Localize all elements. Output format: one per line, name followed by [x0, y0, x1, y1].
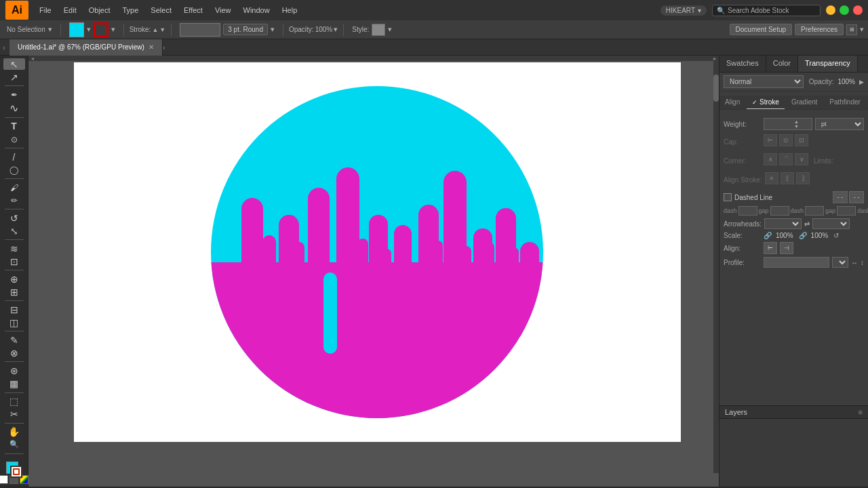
menu-file[interactable]: File [34, 5, 57, 16]
corner-round[interactable]: ⌒ [779, 153, 793, 165]
tab-scroll-left[interactable]: ‹ [3, 43, 9, 52]
menu-type[interactable]: Type [117, 5, 144, 16]
slice-tool[interactable]: ✂ [3, 408, 25, 420]
weight-unit-select[interactable]: pt [815, 118, 864, 130]
menu-select[interactable]: Select [145, 5, 177, 16]
line-tool[interactable]: / [3, 151, 25, 163]
preferences-button[interactable]: Preferences [795, 24, 844, 35]
pencil-tool[interactable]: ✏ [3, 195, 25, 206]
opacity-arrow[interactable]: ▶ [859, 79, 864, 85]
stroke-up[interactable]: ▲ [152, 26, 158, 33]
dash-input-2[interactable] [805, 206, 824, 216]
profile-input[interactable] [764, 257, 829, 268]
cap-round[interactable]: ⊙ [779, 134, 793, 146]
shape-builder-tool[interactable]: ⊕ [3, 273, 25, 285]
stroke-width-chevron[interactable]: ▾ [271, 25, 275, 34]
dash-pattern-1[interactable]: - - [833, 191, 848, 203]
dash-input-1[interactable] [738, 206, 757, 216]
arrowhead-end-select[interactable] [812, 218, 850, 229]
menu-object[interactable]: Object [83, 5, 116, 16]
align-btn2[interactable]: ⊣ [780, 242, 793, 254]
eyedropper-tool[interactable]: ✎ [3, 334, 25, 346]
mesh-tool[interactable]: ⊟ [3, 304, 25, 315]
warp-tool[interactable]: ≋ [3, 243, 25, 254]
align-inside[interactable]: ⟦ [781, 172, 794, 184]
dashed-checkbox[interactable] [724, 193, 732, 201]
stroke-width-select[interactable]: 3 pt. Round [223, 24, 268, 35]
blend-tool[interactable]: ⊗ [3, 347, 25, 359]
pen-tool[interactable]: ✒ [3, 89, 25, 100]
touch-type-tool[interactable]: ⊙ [3, 134, 25, 145]
stroke-color-swatch[interactable] [94, 22, 108, 37]
dash-pattern-2[interactable]: - - [849, 191, 864, 203]
weight-down[interactable]: ▼ [794, 124, 799, 129]
gap-input-1[interactable] [770, 206, 789, 216]
layers-menu-icon[interactable]: ≡ [859, 408, 863, 416]
gap-input-2[interactable] [837, 206, 856, 216]
tab-color[interactable]: Color [766, 56, 798, 72]
free-transform-tool[interactable]: ⊡ [3, 256, 25, 267]
ellipse-tool[interactable]: ◯ [3, 164, 25, 176]
selection-chevron[interactable]: ▾ [48, 25, 52, 34]
rotate-tool[interactable]: ↺ [3, 212, 25, 224]
curvature-tool[interactable]: ∿ [3, 102, 25, 115]
stroke-color-box[interactable] [10, 466, 22, 478]
scale-sync[interactable]: 🔗 [799, 232, 807, 239]
white-swatch[interactable] [0, 475, 8, 484]
opacity-chevron[interactable]: ▾ [334, 25, 338, 34]
menu-effect[interactable]: Effect [178, 5, 208, 16]
menu-window[interactable]: Window [238, 5, 275, 16]
profile-select[interactable] [832, 257, 848, 268]
arrange-chevron[interactable]: ▾ [860, 25, 864, 34]
scale-link[interactable]: 🔗 [764, 232, 772, 239]
scale-tool[interactable]: ⤡ [3, 225, 25, 237]
menu-edit[interactable]: Edit [58, 5, 82, 16]
corner-bevel[interactable]: ∨ [795, 153, 808, 165]
sub-tab-stroke[interactable]: ✓ Stroke [747, 96, 785, 109]
tab-transparency[interactable]: Transparency [798, 56, 858, 72]
weight-input[interactable] [767, 121, 794, 128]
sub-tab-pathfinder[interactable]: Pathfinder [824, 96, 866, 109]
vertical-scrollbar[interactable] [713, 61, 719, 473]
perspective-tool[interactable]: ⊞ [3, 286, 25, 298]
sub-tab-align[interactable]: Align [719, 96, 745, 109]
paintbrush-tool[interactable]: 🖌 [3, 182, 25, 193]
profile-flip-v[interactable]: ↕ [861, 259, 864, 266]
sub-tab-gradient[interactable]: Gradient [786, 96, 823, 109]
blend-mode-select[interactable]: Normal [724, 75, 804, 88]
scale-reset[interactable]: ↺ [833, 232, 839, 239]
close-button[interactable] [853, 5, 863, 15]
cap-butt[interactable]: ⊢ [764, 134, 777, 146]
cap-square[interactable]: ⊡ [795, 134, 808, 146]
artboard-tool[interactable]: ⬚ [3, 395, 25, 407]
user-chevron[interactable]: ▾ [698, 7, 701, 14]
stroke-chevron[interactable]: ▾ [111, 25, 115, 34]
menu-help[interactable]: Help [277, 5, 303, 16]
graph-tool[interactable]: ▦ [3, 378, 25, 389]
maximize-button[interactable] [840, 5, 849, 15]
tab-swatches[interactable]: Swatches [719, 56, 766, 72]
arrow-swap[interactable]: ⇄ [804, 220, 810, 228]
direct-selection-tool[interactable]: ↗ [3, 71, 25, 83]
gradient-tool[interactable]: ◫ [3, 317, 25, 328]
align-outside[interactable]: ⟧ [796, 172, 810, 184]
arrowhead-start-select[interactable] [764, 218, 802, 229]
corner-miter[interactable]: ∧ [764, 153, 777, 165]
tab-close-button[interactable]: ✕ [149, 43, 154, 51]
align-btn1[interactable]: ⊢ [764, 242, 777, 254]
style-chevron[interactable]: ▾ [388, 25, 392, 34]
tab-scroll-right[interactable]: › [163, 43, 170, 52]
minimize-button[interactable] [826, 5, 835, 15]
type-tool[interactable]: T [3, 121, 25, 132]
scrollbar-thumb[interactable] [713, 75, 719, 102]
weight-up[interactable]: ▲ [794, 119, 799, 124]
selection-tool[interactable]: ↖ [3, 58, 25, 70]
arrange-btn1[interactable]: ⊞ [846, 24, 857, 35]
hand-tool[interactable]: ✋ [3, 426, 25, 437]
align-center[interactable]: ≡ [765, 172, 778, 184]
zoom-tool[interactable]: 🔍 [3, 439, 25, 450]
fill-color-swatch[interactable] [69, 22, 84, 37]
doc-setup-button[interactable]: Document Setup [730, 24, 793, 35]
canvas-area[interactable]: ◂ ▸ [28, 56, 719, 487]
symbol-sprayer-tool[interactable]: ⊛ [3, 365, 25, 376]
